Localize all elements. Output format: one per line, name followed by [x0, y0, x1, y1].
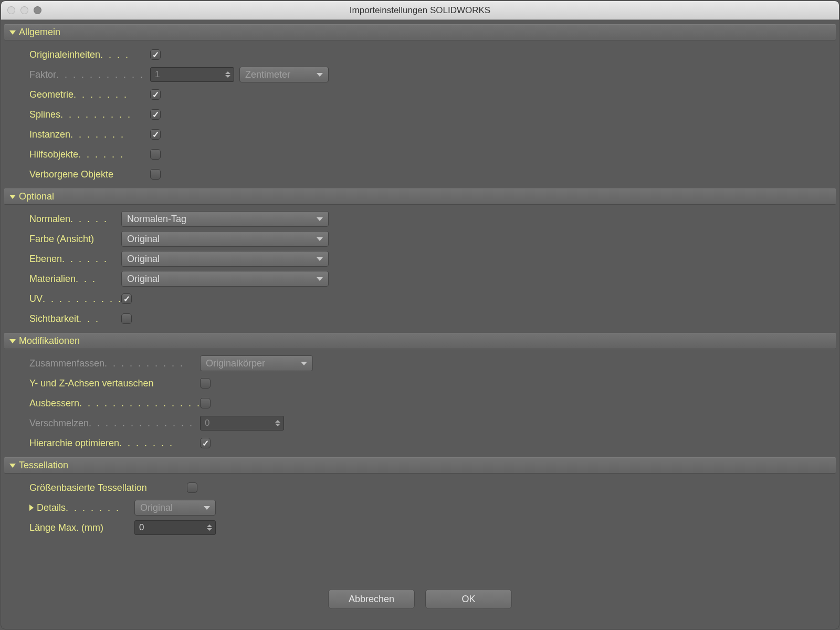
label-yz: Y- und Z-Achsen vertauschen [29, 378, 153, 389]
titlebar: Importeinstellungen SOLIDWORKS [1, 1, 839, 20]
cancel-button[interactable]: Abbrechen [328, 589, 415, 609]
checkbox-instanzen[interactable] [150, 129, 161, 140]
label-hilfsobjekte: Hilfsobjekte [29, 149, 78, 160]
label-uv: UV [29, 293, 43, 304]
section-header-optional[interactable]: Optional [4, 188, 836, 205]
checkbox-sichtbarkeit[interactable] [121, 313, 132, 324]
label-faktor: Faktor [29, 69, 56, 80]
section-title: Optional [19, 191, 54, 202]
dropdown-faktor-unit[interactable]: Zentimeter [239, 67, 329, 82]
checkbox-hierarchie[interactable] [200, 438, 211, 448]
label-verschmelzen: Verschmelzen [29, 418, 89, 429]
label-splines: Splines [29, 109, 60, 120]
dialog-content: Allgemein Originaleinheiten . . . . Fakt… [1, 20, 839, 620]
chevron-down-icon [204, 506, 210, 510]
checkbox-hilfsobjekte[interactable] [150, 149, 161, 160]
label-groessen: Größenbasierte Tessellation [29, 482, 147, 494]
checkbox-verborgene[interactable] [150, 169, 161, 180]
input-laenge[interactable]: 0 [134, 520, 216, 535]
section-title: Tessellation [19, 460, 68, 471]
dropdown-zusammenfassen[interactable]: Originalkörper [200, 355, 313, 371]
label-verborgene: Verborgene Objekte [29, 169, 113, 180]
label-hierarchie: Hierarchie optimieren [29, 438, 119, 449]
chevron-down-icon [317, 257, 323, 261]
chevron-down-icon [317, 277, 323, 281]
label-details: Details [37, 502, 66, 513]
disclosure-down-icon [9, 464, 16, 468]
label-zusammenfassen: Zusammenfassen [29, 358, 104, 369]
label-ebenen: Ebenen [29, 254, 62, 265]
section-title: Allgemein [19, 27, 60, 38]
label-normalen: Normalen [29, 214, 70, 225]
checkbox-originaleinheiten[interactable] [150, 49, 161, 60]
checkbox-yz[interactable] [200, 378, 211, 388]
label-laenge: Länge Max. (mm) [29, 522, 103, 533]
checkbox-ausbessern[interactable] [200, 398, 211, 408]
label-instanzen: Instanzen [29, 129, 70, 140]
label-ausbessern: Ausbessern [29, 398, 79, 409]
label-sichtbarkeit: Sichtbarkeit [29, 313, 79, 324]
dropdown-farbe[interactable]: Original [121, 231, 329, 247]
dropdown-ebenen[interactable]: Original [121, 251, 329, 267]
disclosure-down-icon [9, 30, 16, 35]
disclosure-down-icon [9, 339, 16, 343]
chevron-down-icon [317, 237, 323, 241]
section-body-optional: Normalen . . . . . Normalen-Tag Farbe (A… [4, 205, 836, 333]
chevron-down-icon [317, 73, 323, 77]
label-geometrie: Geometrie [29, 89, 74, 100]
chevron-down-icon [317, 217, 323, 221]
section-title: Modifikationen [19, 335, 80, 346]
dropdown-materialien[interactable]: Original [121, 271, 329, 287]
dropdown-details[interactable]: Original [134, 500, 216, 516]
section-body-tessellation: Größenbasierte Tessellation Details . . … [4, 474, 836, 542]
section-body-modifikationen: Zusammenfassen . . . . . . . . . . Origi… [4, 349, 836, 457]
disclosure-right-icon[interactable] [29, 505, 34, 511]
input-verschmelzen[interactable]: 0 [200, 416, 284, 430]
button-bar: Abbrechen OK [4, 579, 836, 620]
checkbox-geometrie[interactable] [150, 89, 161, 100]
section-header-tessellation[interactable]: Tessellation [4, 457, 836, 474]
section-header-modifikationen[interactable]: Modifikationen [4, 333, 836, 349]
label-farbe: Farbe (Ansicht) [29, 234, 94, 245]
checkbox-groessen[interactable] [187, 482, 197, 493]
label-materialien: Materialien [29, 274, 76, 285]
disclosure-down-icon [9, 195, 16, 199]
label-originaleinheiten: Originaleinheiten [29, 49, 100, 60]
section-header-allgemein[interactable]: Allgemein [4, 24, 836, 40]
chevron-down-icon [301, 362, 307, 365]
minimize-window-button[interactable] [20, 6, 28, 14]
close-window-button[interactable] [7, 6, 15, 14]
dialog-window: Importeinstellungen SOLIDWORKS Allgemein… [1, 1, 839, 629]
section-body-allgemein: Originaleinheiten . . . . Faktor . . . .… [4, 40, 836, 188]
zoom-window-button[interactable] [34, 6, 41, 14]
checkbox-splines[interactable] [150, 109, 161, 120]
checkbox-uv[interactable] [121, 293, 132, 304]
window-controls [7, 6, 41, 14]
input-faktor[interactable]: 1 [150, 67, 234, 82]
ok-button[interactable]: OK [425, 589, 512, 609]
window-title: Importeinstellungen SOLIDWORKS [350, 5, 490, 16]
dropdown-normalen[interactable]: Normalen-Tag [121, 211, 329, 227]
